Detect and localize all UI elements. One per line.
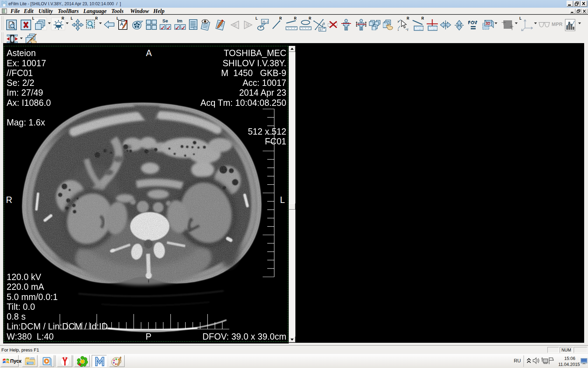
svg-text:x: x (398, 29, 399, 31)
svg-text:57°: 57° (320, 28, 324, 31)
svg-text:35.2: 35.2 (262, 20, 268, 23)
svg-text:Se: Se (162, 18, 168, 23)
svg-text:y: y (398, 20, 399, 23)
svg-text:Im: Im (177, 18, 182, 23)
svg-text:z: z (407, 29, 408, 31)
svg-text:θ: θ (323, 22, 325, 26)
svg-text:A: A (120, 21, 124, 27)
svg-text:St: St (246, 23, 249, 27)
svg-text:3D: 3D (485, 21, 490, 26)
svg-text:MPR: MPR (552, 21, 562, 27)
svg-text:MPR: MPR (415, 26, 424, 30)
svg-text:St: St (233, 23, 237, 27)
svg-text:MPR: MPR (429, 26, 438, 30)
